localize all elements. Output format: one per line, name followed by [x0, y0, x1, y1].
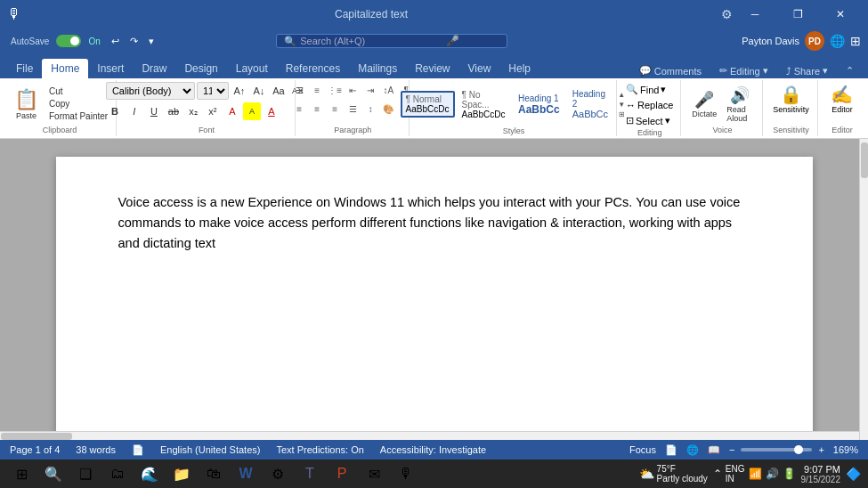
ribbon-collapse-button[interactable]: ⌃ [839, 63, 861, 78]
share-button[interactable]: ⤴ Share ▾ [779, 63, 835, 78]
zoom-level[interactable]: 169% [831, 444, 861, 455]
tab-help[interactable]: Help [499, 59, 539, 78]
task-view-button[interactable]: ❑ [71, 460, 100, 488]
replace-button[interactable]: ↔ Replace [622, 98, 677, 112]
format-painter-button[interactable]: Format Painter [46, 110, 110, 122]
font-size-select[interactable]: 11 [197, 82, 229, 100]
world-icon[interactable]: 🌐 [830, 34, 845, 48]
subscript-button[interactable]: x₂ [184, 102, 202, 120]
read-mode-button[interactable]: 📖 [705, 444, 723, 456]
minimize-button[interactable]: ─ [734, 0, 775, 28]
line-spacing-button[interactable]: ↕ [362, 101, 378, 117]
tab-view[interactable]: View [459, 59, 500, 78]
speaker-icon[interactable]: 🔊 [766, 468, 779, 480]
cut-button[interactable]: Cut [46, 85, 110, 97]
accessibility-check[interactable]: Accessibility: Investigate [377, 444, 489, 455]
justify-button[interactable]: ☰ [345, 101, 361, 117]
text-predictions[interactable]: Text Predictions: On [273, 444, 366, 455]
page-info[interactable]: Page 1 of 4 [7, 444, 62, 455]
user-avatar[interactable]: PD [805, 31, 824, 51]
style-heading2-sample[interactable]: Heading 2 AaBbCc [567, 85, 614, 123]
change-case-button[interactable]: Aa [270, 82, 288, 100]
strikethrough-button[interactable]: ab [165, 102, 183, 120]
explorer-button[interactable]: 📁 [167, 460, 196, 488]
align-center-button[interactable]: ≡ [309, 101, 325, 117]
microphone-icon[interactable]: 🎤 [446, 35, 459, 47]
template-icon[interactable]: ⊞ [850, 34, 861, 48]
style-normal-sample[interactable]: ¶ Normal AaBbCcDc [401, 91, 455, 118]
tab-insert[interactable]: Insert [88, 59, 133, 78]
vertical-scrollbar[interactable] [859, 139, 868, 440]
bullets-button[interactable]: ☰ [291, 82, 307, 98]
zoom-knob[interactable] [794, 445, 803, 454]
powerpoint-button[interactable]: P [328, 460, 356, 488]
redo-button[interactable]: ↷ [126, 34, 142, 49]
zoom-slider[interactable] [741, 448, 812, 451]
tab-review[interactable]: Review [406, 59, 458, 78]
widgets-button[interactable]: 🗂 [103, 460, 132, 488]
proofing-icon[interactable]: 📄 [129, 444, 147, 456]
italic-button[interactable]: I [126, 102, 143, 120]
settings-icon[interactable]: ⚙ [721, 7, 733, 21]
dictate-button[interactable]: 🎤 Dictate [688, 88, 720, 120]
restore-button[interactable]: ❐ [777, 0, 818, 28]
word-button[interactable]: W [231, 460, 260, 488]
font-name-select[interactable]: Calibri (Body) [106, 82, 195, 100]
highlight-button[interactable]: A [243, 102, 261, 120]
increase-indent-button[interactable]: ⇥ [362, 82, 378, 98]
document-page[interactable]: Voice access is a new Experience on Wind… [56, 157, 813, 440]
notification-button[interactable]: 🔷 [846, 467, 861, 481]
focus-mode-button[interactable]: Focus [627, 444, 659, 455]
shading-button[interactable]: 🎨 [380, 101, 396, 117]
editor-button[interactable]: ✍ Editor [825, 82, 858, 116]
language-info[interactable]: English (United States) [158, 444, 264, 455]
edge-button[interactable]: 🌊 [135, 460, 164, 488]
numbering-button[interactable]: ≡ [309, 82, 325, 98]
print-layout-button[interactable]: 📄 [662, 444, 680, 456]
shrink-font-button[interactable]: A↓ [250, 82, 268, 100]
word-count[interactable]: 38 words [73, 444, 118, 455]
editing-button[interactable]: ✏ Editing ▾ [712, 63, 775, 78]
font-color-button[interactable]: A [263, 102, 280, 120]
wifi-icon[interactable]: 📶 [749, 468, 762, 480]
paste-button[interactable]: 📋 Paste [9, 86, 44, 122]
tray-chevron[interactable]: ⌃ [713, 468, 722, 480]
find-button[interactable]: 🔍 Find ▾ [622, 82, 677, 97]
decrease-indent-button[interactable]: ⇤ [345, 82, 361, 98]
search-button[interactable]: 🔍 [39, 460, 68, 488]
comments-button[interactable]: 💬 Comments [632, 63, 709, 78]
select-button[interactable]: ⊡ Select ▾ [622, 113, 677, 128]
weather-widget[interactable]: ⛅ 75°F Partly cloudy [639, 464, 708, 484]
tab-draw[interactable]: Draw [133, 59, 175, 78]
read-aloud-button[interactable]: 🔊 Read Aloud [723, 84, 757, 125]
style-nospace-sample[interactable]: ¶ No Spac... AaBbCcDc [457, 86, 511, 123]
search-input[interactable] [300, 36, 442, 46]
store-button[interactable]: 🛍 [199, 460, 228, 488]
mail-button[interactable]: ✉ [360, 460, 388, 488]
zoom-out-button[interactable]: − [726, 444, 737, 455]
tab-references[interactable]: References [277, 59, 349, 78]
tab-design[interactable]: Design [175, 59, 226, 78]
superscript-button[interactable]: x² [204, 102, 222, 120]
qa-more[interactable]: ▾ [145, 34, 158, 49]
undo-button[interactable]: ↩ [108, 34, 123, 49]
sort-button[interactable]: ↕A [380, 82, 396, 98]
document-text[interactable]: Voice access is a new Experience on Wind… [118, 192, 750, 255]
tab-mailings[interactable]: Mailings [349, 59, 406, 78]
text-effects-button[interactable]: A [223, 102, 241, 120]
copy-button[interactable]: Copy [46, 98, 110, 110]
sensitivity-button[interactable]: 🔒 Sensitivity [767, 82, 815, 116]
multilevel-list-button[interactable]: ⋮≡ [327, 82, 343, 98]
vertical-scrollbar-thumb[interactable] [861, 142, 868, 178]
grow-font-button[interactable]: A↑ [231, 82, 248, 100]
tab-layout[interactable]: Layout [227, 59, 277, 78]
start-button[interactable]: ⊞ [7, 460, 36, 488]
horizontal-scrollbar[interactable] [0, 431, 859, 440]
tab-home[interactable]: Home [42, 59, 88, 78]
settings-taskbar-button[interactable]: ⚙ [264, 460, 292, 488]
style-heading1-sample[interactable]: Heading 1 AaBbCc [513, 90, 565, 119]
teams-button[interactable]: T [296, 460, 324, 488]
zoom-in-button[interactable]: + [815, 444, 826, 455]
horizontal-scrollbar-thumb[interactable] [1, 433, 72, 440]
underline-button[interactable]: U [145, 102, 163, 120]
